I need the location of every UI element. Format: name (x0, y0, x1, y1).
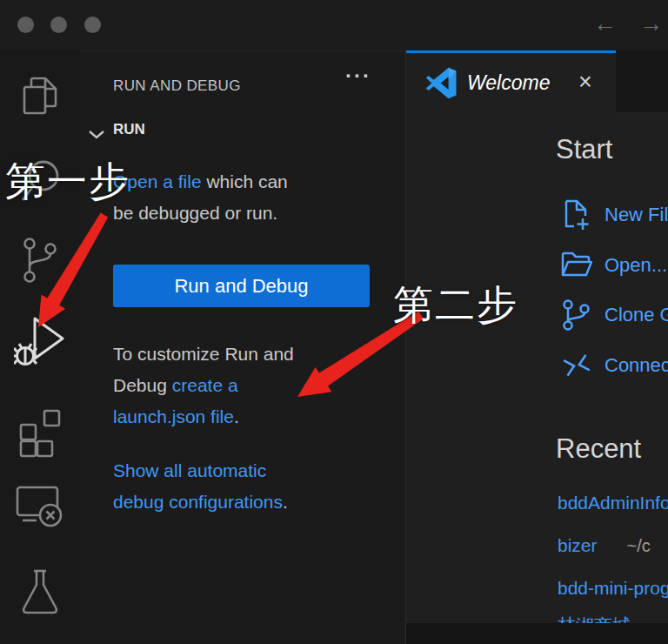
start-item-label: Clone Git Repository... (605, 304, 668, 326)
start-item-label: New File... (605, 204, 668, 226)
customize-hint: To customize Run and Debug create a laun… (113, 339, 383, 433)
start-new-file[interactable]: New File... (559, 198, 668, 232)
hint-text-line2: be debugged or run. (113, 198, 383, 229)
run-and-debug-button[interactable]: Run and Debug (113, 265, 370, 307)
launch-json-file-link[interactable]: launch.json file (113, 406, 234, 426)
run-and-debug-panel: RUN AND DEBUG ··· RUN Open a file which … (80, 50, 405, 644)
tab-welcome[interactable]: Welcome × (406, 50, 616, 113)
navigate-back-icon[interactable]: ← (593, 7, 617, 40)
open-file-hint: Open a file which can be debugged or run… (113, 166, 383, 229)
show-all-automatic-link[interactable]: Show all automatic (113, 460, 266, 480)
testing-icon[interactable] (0, 566, 80, 618)
start-open[interactable]: Open... (559, 248, 667, 283)
recent-item-name: bdd-mini-program (558, 578, 668, 598)
run-and-debug-icon[interactable] (0, 313, 80, 372)
start-heading: Start (556, 134, 612, 165)
editor-area: Welcome × Start New File... Open... Clon… (405, 50, 668, 644)
debug-configurations-link[interactable]: debug configurations (113, 492, 283, 512)
tab-close-icon[interactable]: × (578, 69, 592, 96)
step1-annotation: 第一步 (5, 155, 130, 209)
recent-item[interactable]: bdd-mini-program (558, 578, 668, 599)
vscode-logo-icon (425, 67, 458, 99)
source-control-icon[interactable] (0, 235, 80, 285)
recent-heading: Recent (556, 433, 641, 465)
window-zoom-button[interactable] (84, 17, 101, 33)
start-item-label: Open... (605, 254, 667, 277)
customize-line1: To customize Run and (113, 339, 383, 370)
customize-line2-pre: Debug (113, 375, 172, 395)
titlebar: ← → (0, 0, 668, 50)
start-connect-to[interactable]: Connect to... (559, 348, 668, 383)
panel-title: RUN AND DEBUG (113, 77, 241, 95)
step2-annotation: 第二步 (393, 278, 518, 332)
period: . (283, 492, 288, 512)
connect-remote-icon (556, 345, 597, 386)
explorer-icon[interactable] (0, 73, 80, 118)
run-section-header[interactable]: RUN (113, 121, 145, 138)
show-configurations-hint: Show all automatic debug configurations. (113, 455, 383, 518)
tab-label: Welcome (467, 71, 550, 95)
tab-bar: Welcome × (406, 50, 668, 113)
recent-item[interactable]: bizer~/c (558, 535, 651, 556)
clone-repo-icon (559, 298, 592, 332)
remote-explorer-icon[interactable] (0, 482, 80, 531)
start-item-label: Connect to... (605, 354, 668, 377)
hint-text: which can (202, 171, 288, 191)
new-file-icon (559, 198, 592, 232)
recent-item-name: bizer (558, 535, 598, 555)
start-clone-repo[interactable]: Clone Git Repository... (559, 298, 668, 332)
extensions-icon[interactable] (0, 406, 80, 458)
open-folder-icon (559, 248, 592, 283)
recent-item[interactable]: bddAdminInfo (558, 493, 668, 513)
create-launch-json-link[interactable]: create a (172, 375, 238, 395)
tab-bar-empty (616, 50, 668, 113)
activity-bar (0, 50, 80, 644)
more-actions-icon[interactable]: ··· (345, 64, 371, 88)
window-minimize-button[interactable] (50, 17, 67, 33)
window-close-button[interactable] (17, 17, 34, 33)
chevron-down-icon[interactable] (87, 128, 106, 140)
recent-item-name: bddAdminInfo (558, 493, 668, 513)
navigate-forward-icon[interactable]: → (639, 7, 663, 40)
recent-item-path: ~/c (627, 536, 651, 555)
editor-bottom-edge (406, 623, 668, 644)
period: . (234, 406, 239, 426)
